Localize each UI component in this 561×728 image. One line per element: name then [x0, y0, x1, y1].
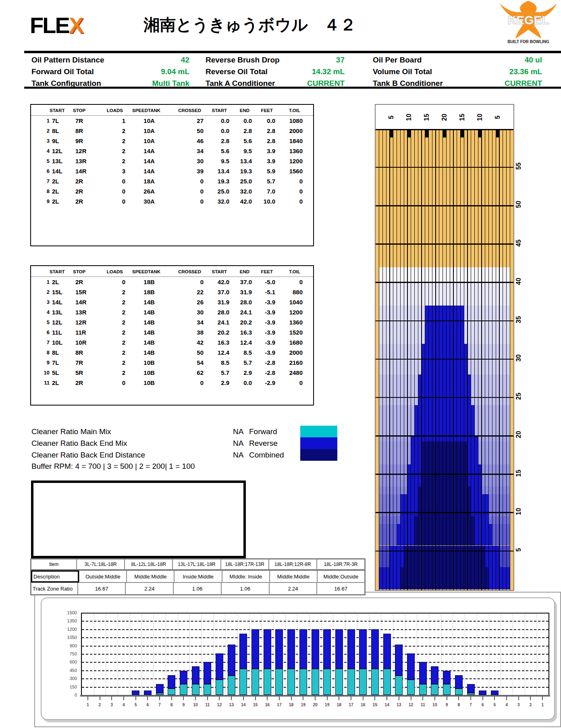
reverse-bar: [299, 629, 307, 669]
legend-label: Combined: [249, 449, 297, 461]
table-cell: 2R: [75, 277, 101, 287]
x-axis-tick: [447, 697, 447, 700]
table-cell: 18: [125, 176, 150, 186]
header-rule-top: [24, 51, 561, 53]
table-cell: B: [150, 317, 170, 327]
table-cell: -2.9: [252, 378, 275, 388]
table-row: 611L11R214B3820.216.3-3.91520: [31, 327, 313, 337]
column-header: START: [50, 266, 73, 277]
table-cell: 0: [275, 378, 303, 388]
table-cell: 5: [33, 317, 52, 327]
info-column-1: Oil Pattern Distance42Forward Oil Total9…: [31, 54, 189, 89]
table-cell: 0: [170, 277, 204, 287]
table-cell: 14L: [52, 297, 75, 307]
legend-swatch-combined: [300, 449, 337, 461]
table-cell: 1840: [275, 136, 303, 146]
table-cell: 0: [101, 176, 125, 186]
x-axis-tick: [147, 697, 148, 700]
table-cell: -3.9: [252, 307, 275, 317]
legend-label: Reverse: [249, 437, 297, 449]
table-cell: 18: [125, 287, 150, 297]
column-header: [33, 266, 50, 277]
table-cell: 14: [125, 347, 150, 358]
info-row: Oil Per Board40 ul: [373, 54, 542, 66]
x-axis-label: 14: [239, 702, 248, 707]
table-cell: 3.9: [252, 156, 275, 166]
table-cell: 10: [125, 378, 150, 388]
table-row: 17L7R110A270.00.00.01080: [31, 116, 313, 126]
reverse-bar: [239, 634, 247, 669]
table-cell: 1080: [275, 116, 303, 126]
table-header-row: STARTSTOPLOADSSPEEDTANKCROSSEDSTARTENDFE…: [31, 266, 313, 277]
table-cell: 2.9: [229, 368, 252, 378]
table-cell: 9R: [75, 136, 101, 146]
distance-grid-line: [376, 551, 513, 551]
x-axis-tick: [399, 697, 399, 700]
tz-item-header: Item: [31, 559, 77, 570]
tz-ratio-cell: 16.67: [78, 582, 126, 595]
tz-column-header: 18L-18R:7R-3R: [317, 559, 365, 570]
x-axis-tick: [422, 697, 423, 700]
table-cell: 7: [33, 176, 52, 186]
reverse-bar: [383, 634, 391, 669]
table-row: 92L2R030A032.042.010.00: [31, 196, 313, 206]
legend-label: Forward: [249, 426, 297, 437]
board-marker: [461, 130, 464, 137]
forward-bar: [312, 669, 319, 695]
table-cell: 31.9: [204, 297, 229, 307]
x-axis-label: 20: [310, 702, 320, 707]
x-axis-tick: [100, 697, 100, 700]
column-header: T.OIL: [273, 105, 300, 115]
reverse-bar: [443, 671, 451, 684]
table-cell: 8: [33, 186, 52, 196]
kegel-logo: KEGEL BUILT FOR BOWLING: [497, 1, 560, 46]
info-value: 23.36 mL: [509, 67, 542, 76]
table-cell: 20.2: [229, 317, 252, 327]
reverse-bar: [168, 675, 175, 688]
column-header: START: [201, 105, 227, 115]
x-axis-tick: [159, 697, 160, 700]
table-cell: 50: [170, 347, 204, 358]
tz-column-header: 8L-12L:18L-18R: [125, 559, 172, 570]
table-cell: 0: [101, 196, 125, 206]
table-cell: A: [150, 196, 170, 206]
distance-grid-line: [376, 397, 513, 398]
table-cell: -3.9: [252, 317, 275, 327]
table-row: 412L12R214A345.69.53.91360: [31, 146, 313, 156]
x-axis-label: 9: [179, 702, 188, 707]
table-cell: B: [150, 327, 170, 337]
table-cell: 2000: [275, 126, 303, 136]
table-cell: 27: [170, 116, 204, 126]
table-cell: 38: [170, 327, 204, 337]
table-cell: 25.0: [204, 186, 229, 196]
reverse-bar: [192, 666, 199, 684]
forward-bar: [299, 669, 307, 695]
table-cell: A: [150, 176, 170, 186]
table-cell: 2480: [275, 368, 303, 378]
lane-distance-label: 55: [515, 159, 522, 173]
table-cell: 2: [33, 287, 52, 297]
column-header: START: [201, 266, 227, 277]
forward-bar: [275, 669, 283, 695]
table-cell: B: [150, 378, 170, 388]
table-cell: B: [150, 277, 170, 287]
x-axis-tick: [506, 697, 507, 700]
table-cell: 0: [275, 277, 303, 287]
board-marker: [443, 130, 446, 137]
x-axis-label: 16: [262, 702, 272, 707]
x-axis-tick: [123, 697, 124, 700]
forward-load-table: STARTSTOPLOADSSPEEDTANKCROSSEDSTARTENDFE…: [30, 104, 314, 246]
x-axis-tick: [111, 697, 112, 700]
table-cell: 39: [170, 166, 204, 176]
info-column-3: Oil Per Board40 ulVolume Oil Total23.36 …: [373, 54, 542, 89]
table-cell: 0: [101, 186, 125, 196]
table-cell: 34: [170, 146, 204, 156]
x-axis-label: 4: [502, 702, 511, 707]
info-row: Forward Oil Total9.04 mL: [31, 66, 189, 77]
table-cell: 2: [101, 126, 125, 136]
forward-bar: [359, 669, 367, 695]
table-cell: 2: [101, 287, 125, 297]
chart-frame: 0150300450600750900105012001350150012345…: [41, 597, 555, 720]
tz-ratio-cell: 2.24: [269, 582, 317, 595]
table-cell: 10: [125, 126, 150, 136]
